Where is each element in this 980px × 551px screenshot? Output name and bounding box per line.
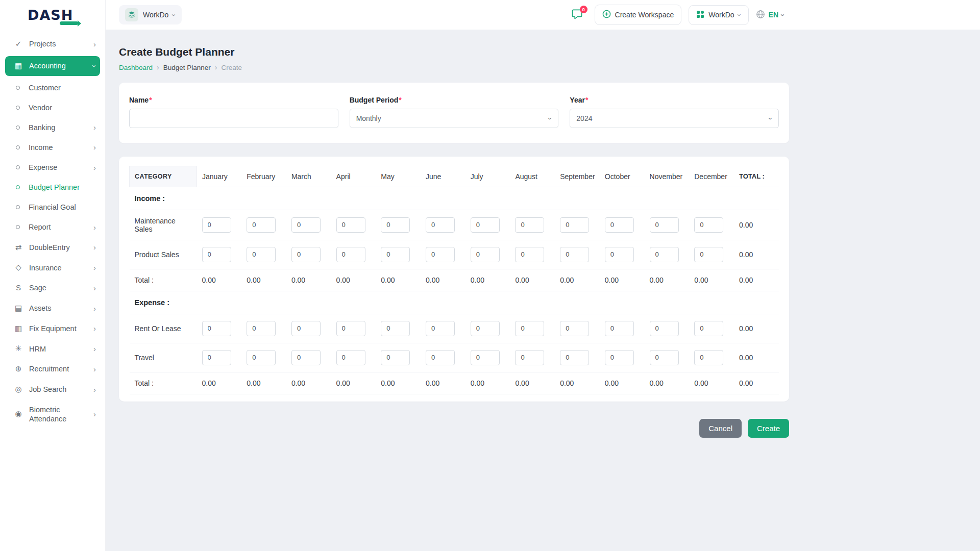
workspace-selector[interactable]: WorkDo › — [119, 5, 182, 24]
sidebar-item-hrm[interactable]: ✳HRM› — [5, 339, 100, 359]
sidebar-item-fix-equipment[interactable]: ▥Fix Equipment› — [5, 319, 100, 339]
input-product-sales-may[interactable] — [381, 247, 410, 262]
input-maintenance-sales-october[interactable] — [605, 217, 634, 233]
input-travel-september[interactable] — [560, 350, 589, 365]
input-rent-or-lease-january[interactable] — [202, 321, 231, 336]
sidebar-item-job-search[interactable]: ◎Job Search› — [5, 380, 100, 399]
sidebar-item-doubleentry[interactable]: ⇄DoubleEntry› — [5, 238, 100, 258]
required-mark: * — [149, 96, 152, 104]
input-rent-or-lease-may[interactable] — [381, 321, 410, 336]
input-rent-or-lease-october[interactable] — [605, 321, 634, 336]
input-product-sales-march[interactable] — [291, 247, 321, 262]
sidebar-item-income[interactable]: Income› — [5, 138, 100, 157]
year-select[interactable]: 2024 › — [570, 109, 779, 128]
input-maintenance-sales-december[interactable] — [694, 217, 723, 233]
input-maintenance-sales-may[interactable] — [381, 217, 410, 233]
input-maintenance-sales-april[interactable] — [336, 217, 365, 233]
input-product-sales-november[interactable] — [650, 247, 679, 262]
input-product-sales-december[interactable] — [694, 247, 723, 262]
input-travel-august[interactable] — [515, 350, 544, 365]
input-travel-march[interactable] — [291, 350, 321, 365]
sidebar-item-insurance[interactable]: ◇Insurance› — [5, 258, 100, 278]
input-product-sales-august[interactable] — [515, 247, 544, 262]
sidebar-item-accounting[interactable]: ▦Accounting› — [5, 56, 100, 76]
banking-icon — [16, 126, 20, 130]
input-product-sales-june[interactable] — [426, 247, 455, 262]
input-travel-may[interactable] — [381, 350, 410, 365]
input-maintenance-sales-march[interactable] — [291, 217, 321, 233]
total-cell-february: 0.00 — [241, 372, 286, 394]
cancel-button[interactable]: Cancel — [699, 419, 742, 438]
row-label: Rent Or Lease — [130, 314, 197, 343]
name-input[interactable] — [129, 109, 338, 128]
workdo-menu-button[interactable]: WorkDo › — [689, 5, 748, 25]
input-product-sales-february[interactable] — [247, 247, 276, 262]
input-travel-february[interactable] — [247, 350, 276, 365]
section-title: Expense : — [130, 291, 779, 314]
sidebar-item-biometric-attendance[interactable]: ◉Biometric Attendance› — [5, 400, 100, 429]
input-rent-or-lease-december[interactable] — [694, 321, 723, 336]
input-rent-or-lease-june[interactable] — [426, 321, 455, 336]
input-travel-october[interactable] — [605, 350, 634, 365]
sidebar-item-customer[interactable]: Customer — [5, 78, 100, 97]
input-rent-or-lease-september[interactable] — [560, 321, 589, 336]
sidebar-item-banking[interactable]: Banking› — [5, 118, 100, 137]
input-rent-or-lease-april[interactable] — [336, 321, 365, 336]
input-product-sales-september[interactable] — [560, 247, 589, 262]
budget-period-field: Budget Period* Monthly › — [350, 96, 559, 128]
create-button[interactable]: Create — [748, 419, 789, 438]
input-travel-june[interactable] — [426, 350, 455, 365]
sidebar-item-financial-goal[interactable]: Financial Goal — [5, 197, 100, 217]
row-total: 0.00 — [734, 240, 779, 269]
sidebar-item-vendor[interactable]: Vendor — [5, 98, 100, 117]
sidebar-item-sage[interactable]: SSage› — [5, 278, 100, 298]
total-cell-september: 0.00 — [555, 372, 600, 394]
language-selector[interactable]: EN › — [756, 10, 785, 20]
input-maintenance-sales-june[interactable] — [426, 217, 455, 233]
input-cell — [555, 210, 600, 240]
input-travel-november[interactable] — [650, 350, 679, 365]
chevron-down-icon: › — [736, 14, 744, 16]
input-rent-or-lease-february[interactable] — [247, 321, 276, 336]
input-cell — [510, 240, 555, 269]
input-product-sales-april[interactable] — [336, 247, 365, 262]
input-rent-or-lease-november[interactable] — [650, 321, 679, 336]
input-cell — [241, 240, 286, 269]
chevron-right-icon: › — [93, 386, 96, 393]
input-cell — [645, 343, 690, 372]
input-travel-july[interactable] — [471, 350, 500, 365]
input-cell — [286, 210, 331, 240]
input-rent-or-lease-july[interactable] — [471, 321, 500, 336]
input-maintenance-sales-february[interactable] — [247, 217, 276, 233]
input-maintenance-sales-november[interactable] — [650, 217, 679, 233]
input-cell — [421, 240, 465, 269]
input-travel-january[interactable] — [202, 350, 231, 365]
input-rent-or-lease-august[interactable] — [515, 321, 544, 336]
input-travel-december[interactable] — [694, 350, 723, 365]
total-cell-june: 0.00 — [421, 269, 465, 291]
input-maintenance-sales-august[interactable] — [515, 217, 544, 233]
sidebar-item-expense[interactable]: Expense› — [5, 158, 100, 177]
expense-icon — [16, 165, 20, 169]
chevron-down-icon: › — [170, 14, 178, 16]
chevron-right-icon: › — [93, 223, 96, 231]
sidebar-item-budget-planner[interactable]: Budget Planner — [5, 178, 100, 197]
sidebar-item-projects[interactable]: ✓Projects› — [5, 34, 100, 54]
input-product-sales-january[interactable] — [202, 247, 231, 262]
breadcrumb-dashboard[interactable]: Dashboard — [119, 64, 153, 71]
app-logo[interactable]: DASH — [0, 0, 105, 30]
messages-button[interactable]: 0 — [567, 5, 587, 25]
input-maintenance-sales-july[interactable] — [471, 217, 500, 233]
input-maintenance-sales-september[interactable] — [560, 217, 589, 233]
input-rent-or-lease-march[interactable] — [291, 321, 321, 336]
sidebar-item-assets[interactable]: ▤Assets› — [5, 298, 100, 318]
input-travel-april[interactable] — [336, 350, 365, 365]
input-maintenance-sales-january[interactable] — [202, 217, 231, 233]
sidebar-item-recruitment[interactable]: ⊕Recruitment› — [5, 359, 100, 379]
create-workspace-button[interactable]: Create Workspace — [595, 5, 682, 25]
input-product-sales-july[interactable] — [471, 247, 500, 262]
input-product-sales-october[interactable] — [605, 247, 634, 262]
budget-period-select[interactable]: Monthly › — [350, 109, 559, 128]
sidebar-item-label: Financial Goal — [29, 203, 76, 212]
sidebar-item-report[interactable]: Report› — [5, 217, 100, 237]
